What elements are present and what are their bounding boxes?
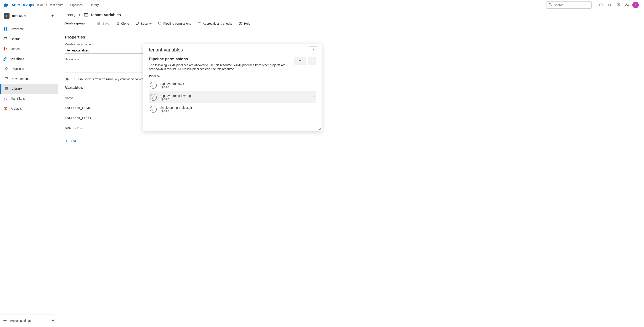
pipeline-permissions-dialog: tenant-variables Pipeline permissions Th… — [143, 43, 322, 131]
sidebar-item-pipelines[interactable]: Pipelines — [0, 54, 58, 64]
save-button: Save — [97, 19, 110, 28]
azure-devops-logo-icon[interactable] — [4, 2, 8, 7]
pipeline-rocket-icon — [150, 106, 157, 113]
svg-rect-28 — [116, 22, 118, 24]
var-name[interactable]: NAMESPACE — [65, 126, 145, 130]
bag-icon[interactable] — [608, 2, 612, 7]
perm-section-label: Pipeline — [149, 74, 316, 78]
perm-description: The following YAML pipelines are allowed… — [149, 63, 290, 71]
plus-icon — [65, 139, 68, 143]
help-icon — [238, 22, 242, 26]
breadcrumb-sep: / — [86, 3, 86, 7]
collapse-sidebar-icon[interactable] — [51, 318, 55, 323]
breadcrumb-project[interactable]: test-azure — [50, 3, 63, 7]
sidebar-sub-library[interactable]: Library — [0, 84, 58, 94]
sidebar-item-overview[interactable]: Overview — [0, 24, 58, 34]
environments-icon — [4, 76, 9, 81]
svg-rect-2 — [600, 4, 602, 6]
perm-type: Pipeline — [160, 86, 184, 88]
sidebar-item-repos[interactable]: Repos — [0, 44, 58, 54]
help-icon[interactable] — [616, 2, 620, 7]
svg-rect-14 — [4, 38, 5, 38]
resize-grip-icon[interactable] — [318, 128, 321, 130]
add-pipeline-button[interactable] — [294, 57, 306, 65]
svg-point-42 — [312, 61, 312, 62]
testplans-icon — [3, 96, 8, 101]
more-actions-button[interactable] — [308, 57, 316, 65]
toolbar: Variable group Save Clone Security Pipel… — [58, 17, 644, 28]
sidebar-sub-pipelines[interactable]: Pipelines — [0, 64, 58, 74]
svg-point-4 — [618, 5, 618, 6]
perm-list-item[interactable]: simple-spring-project.git Pipeline — [149, 103, 316, 115]
svg-point-17 — [4, 50, 5, 50]
svg-rect-19 — [5, 78, 8, 79]
svg-rect-27 — [117, 23, 119, 25]
svg-point-32 — [240, 24, 240, 24]
tab-variable-group[interactable]: Variable group — [64, 19, 84, 28]
close-button[interactable] — [309, 46, 318, 54]
breadcrumb-org[interactable]: kkar — [38, 3, 43, 7]
perm-list-item[interactable]: app-java-demo.git Pipeline — [149, 79, 316, 91]
svg-point-5 — [626, 3, 627, 4]
security-button[interactable]: Security — [135, 19, 152, 28]
security-label: Security — [141, 22, 152, 25]
sidebar-item-artifacts[interactable]: Artifacts — [0, 104, 58, 114]
project-picker[interactable]: T test-azure — [0, 10, 58, 22]
svg-rect-21 — [5, 87, 6, 90]
sidebar: T test-azure Overview Boards Repos Pipel… — [0, 10, 58, 327]
approvals-button[interactable]: Approvals and checks — [197, 19, 232, 28]
add-label: Add — [70, 139, 76, 143]
breadcrumb-sep: / — [66, 3, 67, 7]
svg-rect-13 — [4, 38, 7, 40]
perm-type: Pipeline — [160, 98, 192, 100]
search-input[interactable] — [554, 3, 592, 7]
svg-line-1 — [551, 5, 552, 6]
sidebar-sub-environments[interactable]: Environments — [0, 74, 58, 84]
pipeline-permissions-button[interactable]: Pipeline permissions — [158, 19, 191, 28]
save-icon — [97, 22, 101, 26]
sidebar-item-testplans[interactable]: Test Plans — [0, 94, 58, 104]
save-label: Save — [102, 22, 110, 25]
help-button[interactable]: Help — [238, 19, 250, 28]
svg-point-40 — [312, 59, 312, 60]
bc-library[interactable]: Library — [64, 13, 76, 17]
svg-point-18 — [6, 48, 7, 49]
var-name[interactable]: ENDPOINT_DEMO — [65, 106, 145, 110]
add-variable-button[interactable]: Add — [65, 139, 638, 143]
svg-point-41 — [312, 60, 312, 60]
svg-rect-9 — [4, 28, 6, 29]
perm-name: app-java-demo-java8.git — [160, 94, 192, 98]
top-header: Azure DevOps kkar / test-azure / Pipelin… — [0, 0, 644, 10]
clone-button[interactable]: Clone — [116, 19, 129, 28]
page-breadcrumb: Library tenant-variables — [64, 12, 639, 17]
sidebar-item-label: Environments — [12, 77, 30, 80]
sidebar-item-label: Library — [12, 87, 22, 90]
library-icon — [4, 86, 9, 91]
svg-rect-26 — [98, 23, 100, 24]
switch-icon[interactable] — [65, 77, 75, 81]
svg-point-0 — [549, 4, 551, 5]
properties-title: Properties — [65, 35, 638, 40]
svg-line-47 — [321, 130, 321, 130]
help-label: Help — [244, 22, 250, 25]
perm-list-item[interactable]: app-java-demo-java8.git Pipeline — [149, 91, 316, 103]
variable-group-icon — [84, 12, 88, 17]
sidebar-project-settings[interactable]: Project settings — [0, 316, 58, 325]
sidebar-item-boards[interactable]: Boards — [0, 34, 58, 44]
breadcrumb-area[interactable]: Pipelines — [70, 3, 82, 7]
shield-icon — [135, 22, 139, 26]
breadcrumb-page[interactable]: Library — [90, 3, 99, 7]
avatar[interactable]: K — [632, 2, 639, 8]
brand-link[interactable]: Azure DevOps — [12, 3, 34, 7]
user-settings-icon[interactable] — [625, 2, 629, 7]
remove-pipeline-button[interactable] — [312, 96, 315, 99]
search-icon — [549, 3, 552, 7]
col-name: Name — [65, 96, 145, 100]
shield-icon — [158, 22, 162, 26]
svg-point-16 — [4, 47, 5, 48]
var-name[interactable]: ENDPOINT_PROD — [65, 116, 145, 120]
search-box[interactable] — [546, 1, 592, 9]
market-icon[interactable] — [599, 2, 603, 7]
add-project-icon[interactable] — [51, 14, 54, 18]
sidebar-item-label: Overview — [11, 27, 23, 31]
